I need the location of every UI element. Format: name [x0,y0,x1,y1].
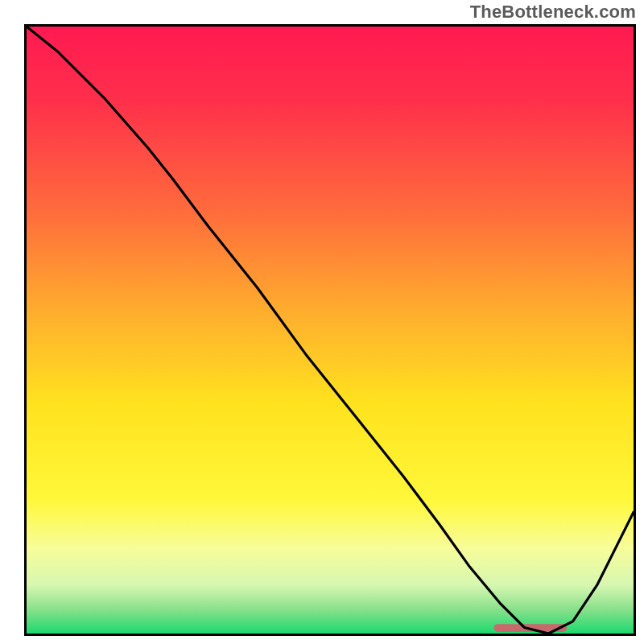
gradient-background [27,27,634,634]
watermark-text: TheBottleneck.com [470,2,636,23]
chart-frame: TheBottleneck.com [0,0,644,644]
plot-svg [27,27,634,634]
plot-area [24,24,636,636]
